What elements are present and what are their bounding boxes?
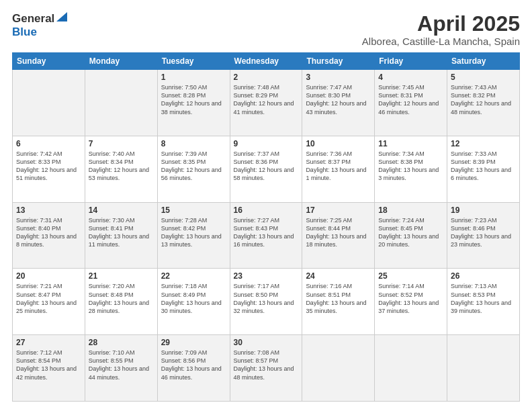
day-detail: Sunrise: 7:16 AM Sunset: 8:51 PM Dayligh… — [306, 282, 371, 315]
calendar-table: Sunday Monday Tuesday Wednesday Thursday… — [12, 52, 520, 402]
title-block: April 2025 Alborea, Castille-La Mancha, … — [362, 12, 520, 47]
table-row: 26Sunrise: 7:13 AM Sunset: 8:53 PM Dayli… — [447, 269, 520, 335]
table-row — [375, 335, 447, 402]
table-row: 30Sunrise: 7:08 AM Sunset: 8:57 PM Dayli… — [230, 335, 302, 402]
table-row: 16Sunrise: 7:27 AM Sunset: 8:43 PM Dayli… — [230, 202, 302, 269]
day-detail: Sunrise: 7:45 AM Sunset: 8:31 PM Dayligh… — [378, 83, 443, 116]
day-number: 12 — [451, 139, 516, 148]
table-row: 22Sunrise: 7:18 AM Sunset: 8:49 PM Dayli… — [157, 269, 230, 335]
day-detail: Sunrise: 7:48 AM Sunset: 8:29 PM Dayligh… — [234, 83, 299, 116]
table-row: 17Sunrise: 7:25 AM Sunset: 8:44 PM Dayli… — [302, 202, 375, 269]
day-number: 16 — [234, 205, 299, 215]
header-tuesday: Tuesday — [157, 53, 230, 70]
table-row: 11Sunrise: 7:34 AM Sunset: 8:38 PM Dayli… — [375, 136, 447, 202]
day-number: 11 — [378, 139, 443, 148]
table-row: 7Sunrise: 7:40 AM Sunset: 8:34 PM Daylig… — [85, 136, 157, 202]
day-detail: Sunrise: 7:08 AM Sunset: 8:57 PM Dayligh… — [234, 349, 299, 381]
table-row: 3Sunrise: 7:47 AM Sunset: 8:30 PM Daylig… — [302, 70, 375, 136]
day-number: 29 — [161, 338, 226, 347]
day-detail: Sunrise: 7:47 AM Sunset: 8:30 PM Dayligh… — [306, 83, 371, 116]
table-row: 25Sunrise: 7:14 AM Sunset: 8:52 PM Dayli… — [375, 269, 447, 335]
day-number: 8 — [161, 139, 226, 148]
day-number: 28 — [89, 338, 154, 347]
day-detail: Sunrise: 7:09 AM Sunset: 8:56 PM Dayligh… — [161, 349, 226, 381]
table-row: 19Sunrise: 7:23 AM Sunset: 8:46 PM Dayli… — [447, 202, 520, 269]
day-detail: Sunrise: 7:17 AM Sunset: 8:50 PM Dayligh… — [234, 282, 299, 315]
day-number: 20 — [16, 271, 81, 281]
day-number: 30 — [234, 338, 299, 347]
table-row: 21Sunrise: 7:20 AM Sunset: 8:48 PM Dayli… — [85, 269, 157, 335]
table-row — [447, 335, 520, 402]
table-row: 24Sunrise: 7:16 AM Sunset: 8:51 PM Dayli… — [302, 269, 375, 335]
day-detail: Sunrise: 7:21 AM Sunset: 8:47 PM Dayligh… — [16, 282, 81, 315]
table-row: 14Sunrise: 7:30 AM Sunset: 8:41 PM Dayli… — [85, 202, 157, 269]
table-row: 4Sunrise: 7:45 AM Sunset: 8:31 PM Daylig… — [375, 70, 447, 136]
day-detail: Sunrise: 7:14 AM Sunset: 8:52 PM Dayligh… — [378, 282, 443, 315]
day-detail: Sunrise: 7:37 AM Sunset: 8:36 PM Dayligh… — [234, 150, 299, 183]
table-row: 28Sunrise: 7:10 AM Sunset: 8:55 PM Dayli… — [85, 335, 157, 402]
day-number: 13 — [16, 205, 81, 215]
day-number: 4 — [378, 73, 443, 82]
day-number: 22 — [161, 271, 226, 281]
day-detail: Sunrise: 7:34 AM Sunset: 8:38 PM Dayligh… — [378, 150, 443, 183]
day-detail: Sunrise: 7:13 AM Sunset: 8:53 PM Dayligh… — [451, 282, 516, 315]
day-detail: Sunrise: 7:18 AM Sunset: 8:49 PM Dayligh… — [161, 282, 226, 315]
day-number: 18 — [378, 205, 443, 215]
day-detail: Sunrise: 7:50 AM Sunset: 8:28 PM Dayligh… — [161, 83, 226, 116]
day-number: 14 — [89, 205, 154, 215]
table-row: 13Sunrise: 7:31 AM Sunset: 8:40 PM Dayli… — [13, 202, 85, 269]
day-number: 17 — [306, 205, 371, 215]
day-detail: Sunrise: 7:27 AM Sunset: 8:43 PM Dayligh… — [234, 216, 299, 249]
table-row: 8Sunrise: 7:39 AM Sunset: 8:35 PM Daylig… — [157, 136, 230, 202]
day-number: 9 — [234, 139, 299, 148]
day-detail: Sunrise: 7:43 AM Sunset: 8:32 PM Dayligh… — [451, 83, 516, 116]
day-number: 3 — [306, 73, 371, 82]
day-number: 25 — [378, 271, 443, 281]
weekday-header-row: Sunday Monday Tuesday Wednesday Thursday… — [13, 53, 520, 70]
table-row: 9Sunrise: 7:37 AM Sunset: 8:36 PM Daylig… — [230, 136, 302, 202]
calendar-week-row: 20Sunrise: 7:21 AM Sunset: 8:47 PM Dayli… — [13, 269, 520, 335]
day-detail: Sunrise: 7:28 AM Sunset: 8:42 PM Dayligh… — [161, 216, 226, 249]
page: General Blue April 2025 Alborea, Castill… — [0, 0, 532, 411]
logo-general: General — [12, 12, 54, 26]
day-detail: Sunrise: 7:36 AM Sunset: 8:37 PM Dayligh… — [306, 150, 371, 183]
calendar-week-row: 1Sunrise: 7:50 AM Sunset: 8:28 PM Daylig… — [13, 70, 520, 136]
header-friday: Friday — [375, 53, 447, 70]
table-row — [85, 70, 157, 136]
table-row — [13, 70, 85, 136]
day-number: 5 — [451, 73, 516, 82]
svg-marker-0 — [56, 12, 67, 21]
day-number: 21 — [89, 271, 154, 281]
table-row: 12Sunrise: 7:33 AM Sunset: 8:39 PM Dayli… — [447, 136, 520, 202]
calendar-location: Alborea, Castille-La Mancha, Spain — [362, 36, 520, 47]
day-number: 1 — [161, 73, 226, 82]
day-number: 24 — [306, 271, 371, 281]
calendar-week-row: 6Sunrise: 7:42 AM Sunset: 8:33 PM Daylig… — [13, 136, 520, 202]
calendar-week-row: 13Sunrise: 7:31 AM Sunset: 8:40 PM Dayli… — [13, 202, 520, 269]
table-row: 18Sunrise: 7:24 AM Sunset: 8:45 PM Dayli… — [375, 202, 447, 269]
day-detail: Sunrise: 7:12 AM Sunset: 8:54 PM Dayligh… — [16, 349, 81, 381]
day-detail: Sunrise: 7:39 AM Sunset: 8:35 PM Dayligh… — [161, 150, 226, 183]
table-row: 10Sunrise: 7:36 AM Sunset: 8:37 PM Dayli… — [302, 136, 375, 202]
table-row: 23Sunrise: 7:17 AM Sunset: 8:50 PM Dayli… — [230, 269, 302, 335]
table-row: 27Sunrise: 7:12 AM Sunset: 8:54 PM Dayli… — [13, 335, 85, 402]
calendar-week-row: 27Sunrise: 7:12 AM Sunset: 8:54 PM Dayli… — [13, 335, 520, 402]
day-detail: Sunrise: 7:42 AM Sunset: 8:33 PM Dayligh… — [16, 150, 81, 183]
day-number: 6 — [16, 139, 81, 148]
day-number: 10 — [306, 139, 371, 148]
day-detail: Sunrise: 7:31 AM Sunset: 8:40 PM Dayligh… — [16, 216, 81, 249]
day-number: 2 — [234, 73, 299, 82]
table-row: 2Sunrise: 7:48 AM Sunset: 8:29 PM Daylig… — [230, 70, 302, 136]
day-detail: Sunrise: 7:24 AM Sunset: 8:45 PM Dayligh… — [378, 216, 443, 249]
day-detail: Sunrise: 7:25 AM Sunset: 8:44 PM Dayligh… — [306, 216, 371, 249]
header-thursday: Thursday — [302, 53, 375, 70]
day-number: 27 — [16, 338, 81, 347]
table-row: 29Sunrise: 7:09 AM Sunset: 8:56 PM Dayli… — [157, 335, 230, 402]
day-detail: Sunrise: 7:40 AM Sunset: 8:34 PM Dayligh… — [89, 150, 154, 183]
day-detail: Sunrise: 7:30 AM Sunset: 8:41 PM Dayligh… — [89, 216, 154, 249]
day-number: 23 — [234, 271, 299, 281]
calendar-title: April 2025 — [362, 12, 520, 36]
day-number: 15 — [161, 205, 226, 215]
header-wednesday: Wednesday — [230, 53, 302, 70]
table-row: 20Sunrise: 7:21 AM Sunset: 8:47 PM Dayli… — [13, 269, 85, 335]
